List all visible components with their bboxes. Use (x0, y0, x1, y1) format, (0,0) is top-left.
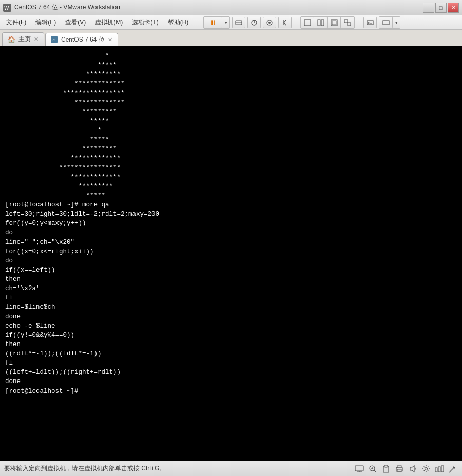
unity-view-button[interactable] (341, 17, 354, 28)
pause-group: ⏸ ▾ (203, 16, 230, 29)
svg-rect-28 (384, 465, 388, 467)
svg-point-33 (425, 467, 428, 470)
pause-button[interactable]: ⏸ (204, 17, 222, 28)
menu-edit[interactable]: 编辑(E) (31, 17, 60, 28)
more-dropdown[interactable]: ▾ (393, 17, 400, 28)
tab-home[interactable]: 🏠 主页 ✕ (2, 32, 44, 46)
svg-text:C: C (53, 39, 55, 42)
normal-view-button[interactable] (301, 17, 314, 28)
status-icon-audio (408, 464, 418, 474)
power-button[interactable] (247, 17, 261, 28)
status-icon-network (434, 464, 445, 474)
svg-line-24 (374, 470, 376, 472)
title-bar-text: CentOS 7 64 位 - VMware Workstation (14, 3, 120, 12)
split-view-button[interactable] (314, 17, 328, 28)
title-bar-controls: ─ □ ✕ (423, 3, 459, 13)
svg-line-39 (449, 472, 451, 472)
snapshot-button[interactable] (263, 17, 276, 28)
menu-vm[interactable]: 虚拟机(M) (91, 17, 127, 28)
vmware-icon: W (3, 4, 11, 12)
status-icon-zoom (368, 464, 378, 474)
svg-rect-14 (348, 23, 351, 26)
menu-help[interactable]: 帮助(H) (164, 17, 193, 28)
svg-text:W: W (4, 5, 9, 11)
separator-1 (196, 17, 196, 28)
home-icon: 🏠 (8, 36, 15, 43)
status-icon-print (394, 464, 405, 474)
menu-tabs[interactable]: 选项卡(T) (128, 17, 162, 28)
close-button[interactable]: ✕ (448, 3, 459, 13)
tab-centos-label: CentOS 7 64 位 (61, 35, 105, 44)
status-icons (354, 464, 458, 474)
status-icon-edit (448, 464, 458, 474)
svg-point-7 (268, 22, 271, 24)
svg-rect-8 (304, 20, 311, 26)
svg-rect-15 (367, 21, 373, 25)
tab-centos-close[interactable]: ✕ (108, 36, 112, 43)
title-bar-left: W CentOS 7 64 位 - VMware Workstation (3, 3, 120, 12)
svg-rect-35 (438, 467, 440, 472)
tab-bar: 🏠 主页 ✕ C CentOS 7 64 位 ✕ (0, 30, 462, 46)
tab-home-close[interactable]: ✕ (34, 36, 38, 43)
status-bar: 要将输入定向到虚拟机，请在虚拟机内部单击或按 Ctrl+G。 (0, 461, 462, 476)
main-content[interactable]: * ***** ********* ************* ********… (0, 46, 462, 461)
fullscreen-button[interactable] (328, 17, 341, 28)
title-bar: W CentOS 7 64 位 - VMware Workstation ─ □… (0, 0, 462, 15)
svg-rect-13 (344, 20, 348, 23)
minimize-button[interactable]: ─ (423, 3, 434, 13)
maximize-button[interactable]: □ (435, 3, 447, 13)
svg-rect-34 (435, 468, 437, 472)
menu-file[interactable]: 文件(F) (2, 17, 30, 28)
svg-rect-20 (355, 466, 363, 471)
svg-rect-17 (383, 21, 389, 25)
view-group (300, 16, 355, 29)
svg-rect-10 (321, 20, 324, 26)
centos-tab-icon: C (51, 36, 58, 43)
toolbar: ⏸ ▾ (203, 16, 400, 29)
separator-2 (296, 17, 296, 28)
separator-3 (359, 17, 359, 28)
svg-rect-36 (441, 466, 444, 472)
menu-view[interactable]: 查看(V) (61, 17, 90, 28)
svg-rect-2 (236, 21, 242, 25)
menu-bar: 文件(F) 编辑(E) 查看(V) 虚拟机(M) 选项卡(T) 帮助(H) ⏸ … (0, 15, 462, 30)
svg-marker-32 (410, 466, 414, 472)
svg-line-37 (450, 468, 454, 472)
status-icon-clipboard (381, 464, 391, 474)
tab-home-label: 主页 (18, 35, 31, 44)
more-group: ▾ (379, 16, 400, 29)
status-text: 要将输入定向到虚拟机，请在虚拟机内部单击或按 Ctrl+G。 (4, 464, 165, 473)
status-icon-vm (354, 464, 364, 474)
tab-centos[interactable]: C CentOS 7 64 位 ✕ (45, 33, 118, 46)
terminal[interactable]: * ***** ********* ************* ********… (0, 46, 462, 461)
pause-dropdown[interactable]: ▾ (222, 17, 229, 28)
console-button[interactable] (363, 17, 377, 28)
more-button[interactable] (379, 17, 393, 28)
svg-rect-9 (318, 20, 320, 26)
svg-rect-12 (332, 21, 336, 25)
revert-button[interactable] (278, 17, 292, 28)
terminal-output: * ***** ********* ************* ********… (5, 51, 457, 396)
status-icon-settings (421, 464, 431, 474)
send-ctrl-alt-del-button[interactable] (232, 17, 245, 28)
